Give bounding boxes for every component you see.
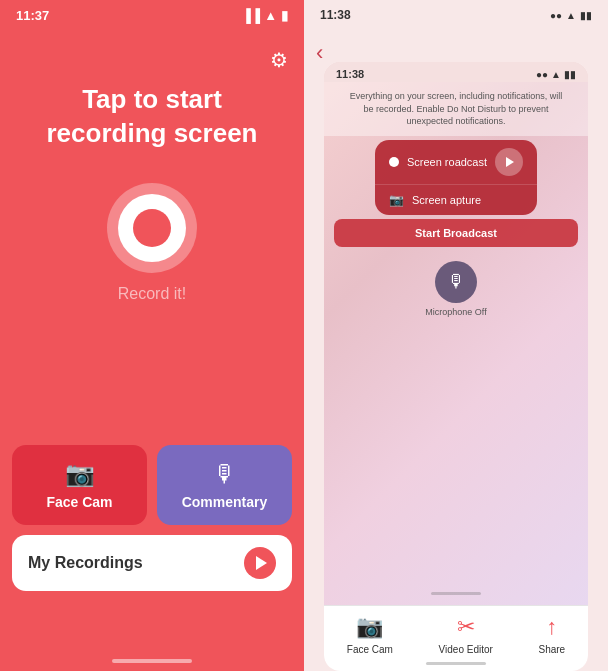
play-icon-small [506,157,514,167]
back-icon: ‹ [316,40,323,65]
screen-capture-row[interactable]: 📷 Screen apture [375,185,537,215]
play-button-circle[interactable] [495,148,523,176]
right-home-indicator [426,662,486,665]
microphone-icon: 🎙 [213,460,237,488]
left-time: 11:37 [16,8,49,23]
record-label: Record it! [118,285,186,303]
face-cam-nav-label: Face Cam [347,644,393,655]
record-inner-ring [118,194,186,262]
scissors-icon: ✂ [457,614,475,640]
inner-time: 11:38 [336,68,364,80]
left-status-bar: 11:37 ▐▐ ▲ ▮ [0,0,304,27]
inner-home-indicator [431,592,481,595]
my-recordings-button[interactable]: My Recordings [12,535,292,591]
start-broadcast-label: Start Broadcast [415,227,497,239]
share-nav-item[interactable]: ↑ Share [538,614,565,655]
battery-icon-right: ▮▮ [580,10,592,21]
battery-icon: ▮ [281,8,288,23]
broadcast-popup: Screen roadcast 📷 Screen apture [375,140,537,215]
broadcast-message: Everything on your screen, including not… [324,82,588,136]
right-status-bar: 11:38 ●● ▲ ▮▮ [304,0,608,26]
my-recordings-label: My Recordings [28,554,143,572]
face-cam-label: Face Cam [46,494,112,510]
commentary-label: Commentary [182,494,268,510]
inner-status-bar: 11:38 ●● ▲ ▮▮ [324,62,588,82]
face-cam-button[interactable]: 📷 Face Cam [12,445,147,525]
inner-battery-icon: ▮▮ [564,69,576,80]
inner-phone-frame: 11:38 ●● ▲ ▮▮ Everything on your screen,… [324,62,588,671]
wifi-icon-right: ▲ [566,10,576,21]
back-button[interactable]: ‹ [316,40,323,66]
face-cam-nav-icon: 📷 [356,614,383,640]
wifi-icon: ▲ [264,8,277,23]
hero-text: Tap to start recording screen [27,83,278,151]
play-triangle-icon [256,556,267,570]
signal-icon: ▐▐ [242,8,260,23]
share-nav-label: Share [538,644,565,655]
play-circle [244,547,276,579]
inner-status-icons: ●● ▲ ▮▮ [536,69,576,80]
settings-button[interactable]: ⚙ [270,48,288,72]
screen-broadcast-label: Screen roadcast [407,156,487,168]
inner-signal-icon: ●● [536,69,548,80]
microphone-area: 🎙 Microphone Off [425,261,486,317]
share-icon: ↑ [546,614,557,640]
record-dot [133,209,171,247]
microphone-circle[interactable]: 🎙 [435,261,477,303]
face-cam-icon: 📷 [65,460,95,488]
bottom-actions: 📷 Face Cam 🎙 Commentary My Recordings [12,445,292,591]
start-broadcast-button[interactable]: Start Broadcast [334,219,578,247]
microphone-status: Microphone Off [425,307,486,317]
home-indicator [112,659,192,663]
screen-capture-label: Screen apture [412,194,523,206]
commentary-button[interactable]: 🎙 Commentary [157,445,292,525]
inner-wifi-icon: ▲ [551,69,561,80]
mic-icon: 🎙 [447,271,465,292]
gear-icon: ⚙ [270,49,288,71]
right-status-icons: ●● ▲ ▮▮ [550,10,592,21]
screen-broadcast-row[interactable]: Screen roadcast [375,140,537,185]
video-editor-nav-label: Video Editor [439,644,493,655]
inner-content: Everything on your screen, including not… [324,82,588,605]
camera-icon-small: 📷 [389,193,404,207]
right-time: 11:38 [320,8,351,22]
right-screen: 11:38 ●● ▲ ▮▮ ‹ 11:38 ●● ▲ ▮▮ Everything… [304,0,608,671]
video-editor-nav-item[interactable]: ✂ Video Editor [439,614,493,655]
left-status-icons: ▐▐ ▲ ▮ [242,8,288,23]
signal-icon-right: ●● [550,10,562,21]
rec-dot-icon [389,157,399,167]
left-screen: 11:37 ▐▐ ▲ ▮ ⚙ Tap to start recording sc… [0,0,304,671]
record-outer-ring[interactable] [107,183,197,273]
action-row: 📷 Face Cam 🎙 Commentary [12,445,292,525]
record-button-area: Record it! [107,183,197,303]
face-cam-nav-item[interactable]: 📷 Face Cam [347,614,393,655]
